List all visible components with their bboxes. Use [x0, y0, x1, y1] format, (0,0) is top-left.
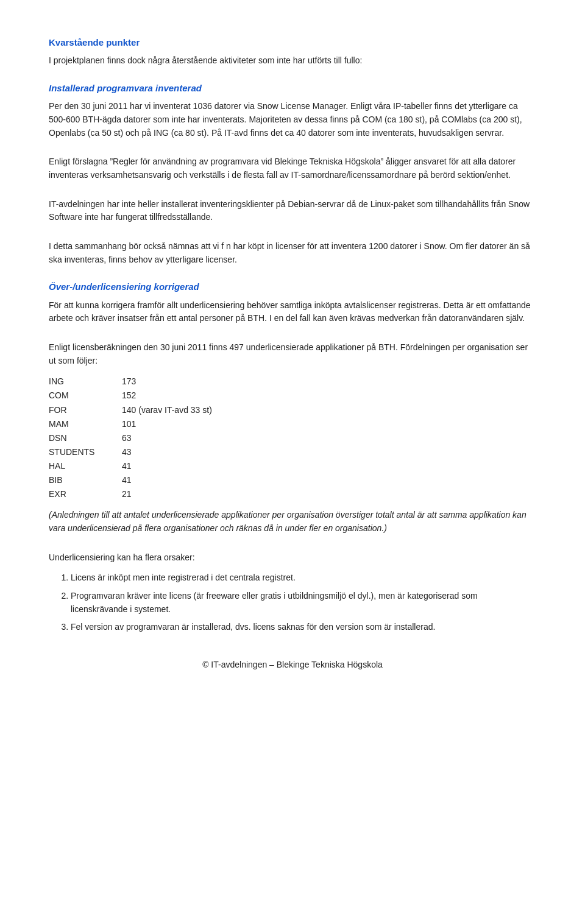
org-name: MAM: [49, 417, 122, 431]
license-reasons-list: Licens är inköpt men inte registrerad i …: [71, 571, 536, 634]
org-count: 152: [122, 389, 136, 403]
paragraph5: För att kunna korrigera framför allt und…: [49, 299, 536, 325]
org-name: COM: [49, 389, 122, 403]
org-count: 41: [122, 459, 132, 473]
subheading2: Över-/underlicensiering korrigerad: [49, 280, 536, 294]
org-row: BIB41: [49, 473, 536, 487]
org-count: 140 (varav IT-avd 33 st): [122, 403, 212, 417]
org-count: 43: [122, 445, 132, 459]
org-table: ING173COM152FOR140 (varav IT-avd 33 st)M…: [49, 375, 536, 501]
subheading1: Installerad programvara inventerad: [49, 81, 536, 95]
italic-note: (Anledningen till att antalet underlicen…: [49, 509, 536, 535]
org-name: EXR: [49, 487, 122, 501]
org-count: 173: [122, 375, 136, 389]
list-item: Programvaran kräver inte licens (är free…: [71, 590, 536, 616]
paragraph2: Enligt förslagna ”Regler för användning …: [49, 155, 536, 182]
org-row: DSN63: [49, 431, 536, 445]
org-name: ING: [49, 375, 122, 389]
org-name: BIB: [49, 473, 122, 487]
footer: © IT-avdelningen – Blekinge Tekniska Hög…: [49, 658, 536, 672]
org-row: HAL41: [49, 459, 536, 473]
org-count: 41: [122, 473, 132, 487]
paragraph4: I detta sammanhang bör också nämnas att …: [49, 240, 536, 266]
org-count: 21: [122, 487, 132, 501]
org-row: ING173: [49, 375, 536, 389]
org-name: FOR: [49, 403, 122, 417]
paragraph7: Underlicensiering kan ha flera orsaker:: [49, 551, 536, 565]
org-row: EXR21: [49, 487, 536, 501]
org-name: DSN: [49, 431, 122, 445]
org-name: STUDENTS: [49, 445, 122, 459]
org-row: STUDENTS43: [49, 445, 536, 459]
paragraph6: Enligt licensberäkningen den 30 juni 201…: [49, 341, 536, 367]
list-item: Fel version av programvaran är installer…: [71, 621, 536, 634]
org-count: 101: [122, 417, 136, 431]
org-row: FOR140 (varav IT-avd 33 st): [49, 403, 536, 417]
main-heading: Kvarstående punkter: [49, 35, 536, 49]
paragraph3: IT-avdelningen har inte heller installer…: [49, 198, 536, 224]
org-name: HAL: [49, 459, 122, 473]
paragraph1: Per den 30 juni 2011 har vi inventerat 1…: [49, 100, 536, 139]
org-row: COM152: [49, 389, 536, 403]
intro-paragraph: I projektplanen finns dock några återstå…: [49, 54, 536, 68]
org-row: MAM101: [49, 417, 536, 431]
org-count: 63: [122, 431, 132, 445]
list-item: Licens är inköpt men inte registrerad i …: [71, 571, 536, 585]
